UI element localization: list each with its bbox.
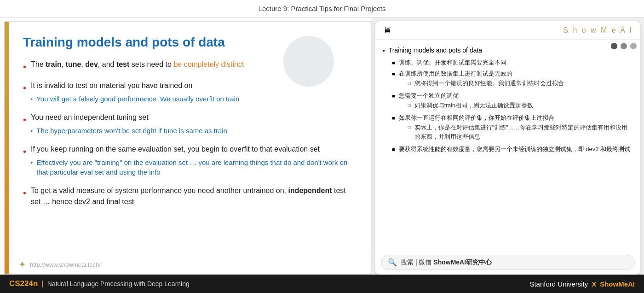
bullet-text: You need an independent tuning set • The… <box>31 112 352 137</box>
bottom-bar: CS224n | Natural Language Processing wit… <box>0 275 644 293</box>
sub-bullet-list: • The hyperparameters won't be set right… <box>31 126 352 135</box>
sm-sq-text: 如果你一直运行在相同的评价集，你开始在评价集上过拟合 □ 实际上，你是在对评估集… <box>399 113 633 143</box>
course-code: CS224n <box>9 279 38 288</box>
sm-square2-icon: □ <box>408 102 411 109</box>
list-item: □ 如果调优与train相同，则无法正确设置超参数 <box>408 101 533 110</box>
lecture-title-bar: Lecture 9: Practical Tips for Final Proj… <box>0 0 644 18</box>
sm-sub-list: ■ 训练、调优、开发和测试集需要完全不同 ■ 在训练所使用的数据集上进行测试是无… <box>392 58 633 154</box>
sm-main-bullet: • Training models and pots of data <box>383 45 633 56</box>
showmeai-header: 🖥 S h o w M e A I <box>375 21 640 40</box>
sm-square-icon: ■ <box>392 146 395 154</box>
sm-sub-sub-list: □ 您将得到一个错误的良好性能。我们通常训练时会过拟合 <box>408 79 564 88</box>
list-item: • To get a valid measure of system perfo… <box>23 185 352 207</box>
sub-bullet-list: • Effectively you are "training" on the … <box>31 158 352 177</box>
list-item: ■ 您需要一个独立的调优 □ 如果调优与train相同，则无法正确设置超参数 <box>392 91 633 111</box>
window-control-dot[interactable] <box>621 43 627 49</box>
sm-sq-text: 训练、调优、开发和测试集需要完全不同 <box>399 58 506 68</box>
stanford-text: Stanford University <box>529 280 588 288</box>
slide-decoration-circle <box>283 36 334 87</box>
sm-sq2-text: 如果调优与train相同，则无法正确设置超参数 <box>414 101 533 110</box>
list-item: • The hyperparameters won't be set right… <box>31 126 352 135</box>
sm-sq2-text: 您将得到一个错误的良好性能。我们通常训练时会过拟合 <box>414 79 564 88</box>
showmeai-brand: S h o w M e A I <box>563 26 633 35</box>
showmeai-content: • Training models and pots of data ■ 训练、… <box>375 40 640 251</box>
showmeai-icon: 🖥 <box>383 25 392 35</box>
slide-footer: ✦ http://www.showmeai.tech/ <box>5 255 371 274</box>
sm-square-icon: ■ <box>392 59 395 67</box>
bullet-dot: • <box>23 81 26 95</box>
bullet-text: If you keep running on the same evaluati… <box>31 144 352 179</box>
bullet-text: To get a valid measure of system perform… <box>31 185 352 207</box>
window-controls <box>611 43 637 49</box>
sm-square-icon: ■ <box>392 92 395 100</box>
bullet-dot: • <box>23 186 26 200</box>
sub-bullet-text: The hyperparameters won't be set right i… <box>36 126 227 135</box>
x-separator: X <box>592 280 596 288</box>
bottom-right: Stanford University X ShowMeAI <box>529 280 635 288</box>
footer-url: http://www.showmeai.tech/ <box>30 261 101 268</box>
sm-sub-sub-list: □ 如果调优与train相同，则无法正确设置超参数 <box>408 101 533 110</box>
sub-bullet-text: You will get a falsely good performance.… <box>36 94 239 104</box>
sm-bullet-dot: • <box>383 46 385 56</box>
list-item: • You will get a falsely good performanc… <box>31 94 352 104</box>
list-item: ■ 要获得系统性能的有效度量，您需要另一个未经训练的独立测试集，即 dev2 和… <box>392 145 633 154</box>
list-item: ■ 训练、调优、开发和测试集需要完全不同 <box>392 58 633 68</box>
slide-accent-bar <box>5 22 9 274</box>
window-control-dot[interactable] <box>611 43 617 49</box>
sub-bullet-dot: • <box>31 159 33 167</box>
window-control-dot[interactable] <box>630 43 637 49</box>
search-bar[interactable]: 🔍 搜索 | 微信 ShowMeAI研究中心 <box>381 255 635 270</box>
list-item: ■ 在训练所使用的数据集上进行测试是无效的 □ 您将得到一个错误的良好性能。我们… <box>392 69 633 89</box>
course-subtitle: Natural Language Processing with Deep Le… <box>47 280 190 287</box>
list-item: • If you keep running on the same evalua… <box>23 144 352 179</box>
sm-sq-text: 您需要一个独立的调优 □ 如果调优与train相同，则无法正确设置超参数 <box>399 91 533 111</box>
sub-bullet-dot: • <box>31 96 33 104</box>
search-text: 搜索 | 微信 ShowMeAI研究中心 <box>401 258 492 267</box>
bottom-left: CS224n | Natural Language Processing wit… <box>9 279 190 288</box>
lecture-title: Lecture 9: Practical Tips for Final Proj… <box>259 5 386 12</box>
sm-sub-sub-list: □ 实际上，你是在对评估集进行"训练"……你在学习那些对特定的评估集有用和没用的… <box>408 123 633 141</box>
showmeai-window: 🖥 S h o w M e A I • Training models and … <box>375 21 640 275</box>
bullet-dot: • <box>23 113 26 127</box>
bullet-dot: • <box>23 60 26 74</box>
search-brand: ShowMeAI研究中心 <box>433 258 492 266</box>
sm-main-text: Training models and pots of data <box>389 45 482 55</box>
highlight-text: be completely distinct <box>173 60 244 68</box>
sm-sq-text: 要获得系统性能的有效度量，您需要另一个未经训练的独立测试集，即 dev2 和最终… <box>399 145 630 154</box>
sub-bullet-list: • You will get a falsely good performanc… <box>31 94 352 104</box>
divider: | <box>41 279 43 288</box>
sm-square2-icon: □ <box>408 124 411 131</box>
sm-square2-icon: □ <box>408 80 411 87</box>
search-icon: 🔍 <box>388 258 397 267</box>
showmeai-brand-bottom: ShowMeAI <box>600 280 635 288</box>
sub-bullet-dot: • <box>31 128 33 135</box>
sm-sq-text: 在训练所使用的数据集上进行测试是无效的 □ 您将得到一个错误的良好性能。我们通常… <box>399 69 564 89</box>
sm-sq2-text: 实际上，你是在对评估集进行"训练"……你在学习那些对特定的评估集有用和没用的东西… <box>414 123 633 141</box>
footer-icon: ✦ <box>18 259 26 270</box>
list-item: ■ 如果你一直运行在相同的评价集，你开始在评价集上过拟合 □ 实际上，你是在对评… <box>392 113 633 143</box>
bullet-dot: • <box>23 145 26 158</box>
list-item: • Effectively you are "training" on the … <box>31 158 352 177</box>
right-panel: 🖥 S h o w M e A I • Training models and … <box>372 18 644 275</box>
sm-square-icon: ■ <box>392 114 395 123</box>
slide-panel: Training models and pots of data • The t… <box>4 21 372 275</box>
list-item: □ 您将得到一个错误的良好性能。我们通常训练时会过拟合 <box>408 79 564 88</box>
sub-bullet-text: Effectively you are "training" on the ev… <box>36 158 352 177</box>
list-item: □ 实际上，你是在对评估集进行"训练"……你在学习那些对特定的评估集有用和没用的… <box>408 123 633 141</box>
list-item: • You need an independent tuning set • T… <box>23 112 352 137</box>
sm-square-icon: ■ <box>392 70 395 78</box>
